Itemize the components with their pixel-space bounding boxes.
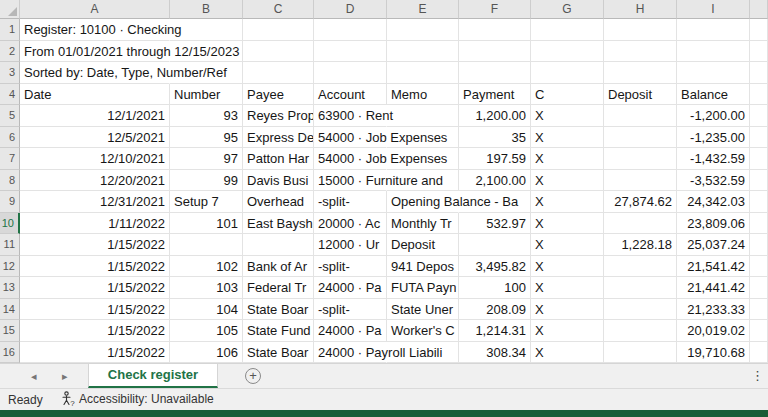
cell-D5[interactable]: 63900 · Rent	[314, 105, 387, 127]
cell-I11[interactable]: 25,037.24	[677, 234, 750, 256]
cell-A16[interactable]: 1/15/2022	[20, 342, 170, 364]
cell-I5[interactable]: -1,200.00	[677, 105, 750, 127]
cell-J8[interactable]	[750, 170, 768, 192]
tab-check-register[interactable]: Check register	[88, 364, 218, 388]
cell-H2[interactable]	[604, 41, 677, 63]
cell-H6[interactable]	[604, 127, 677, 149]
col-header-G[interactable]: G	[531, 0, 604, 19]
row-header-3[interactable]: 3	[0, 62, 20, 84]
cell-B7[interactable]: 97	[170, 148, 243, 170]
cell-H5[interactable]	[604, 105, 677, 127]
cell-F11[interactable]	[459, 234, 531, 256]
cell-H7[interactable]	[604, 148, 677, 170]
tab-nav-right-icon[interactable]: ▸	[62, 369, 68, 383]
cell-I6[interactable]: -1,235.00	[677, 127, 750, 149]
more-options-icon[interactable]: ⋮	[751, 368, 764, 384]
cell-J13[interactable]	[750, 277, 768, 299]
cell-G4[interactable]: C	[531, 84, 604, 106]
cell-J9[interactable]	[750, 191, 768, 213]
cell-D13[interactable]: 24000 · Pa	[314, 277, 387, 299]
cell-C3[interactable]	[243, 62, 314, 84]
cell-C5[interactable]: Reyes Prop	[243, 105, 314, 127]
row-header-8[interactable]: 8	[0, 170, 20, 192]
cell-I12[interactable]: 21,541.42	[677, 256, 750, 278]
cell-G7[interactable]: X	[531, 148, 604, 170]
cell-G11[interactable]: X	[531, 234, 604, 256]
cell-C10[interactable]: East Baysh	[243, 213, 314, 235]
cell-A11[interactable]: 1/15/2022	[20, 234, 170, 256]
cell-J16[interactable]	[750, 342, 768, 364]
cell-F8[interactable]: 2,100.00	[459, 170, 531, 192]
cell-D12[interactable]: -split-	[314, 256, 387, 278]
cell-I7[interactable]: -1,432.59	[677, 148, 750, 170]
cell-H3[interactable]	[604, 62, 677, 84]
cell-B12[interactable]: 102	[170, 256, 243, 278]
row-header-16[interactable]: 16	[0, 342, 20, 364]
col-header-C[interactable]: C	[243, 0, 314, 19]
cell-F10[interactable]: 532.97	[459, 213, 531, 235]
row-header-12[interactable]: 12	[0, 256, 20, 278]
cell-D9[interactable]: -split-	[314, 191, 387, 213]
accessibility-status[interactable]: ? Accessibility: Unavailable	[60, 391, 214, 407]
cell-C12[interactable]: Bank of Ar	[243, 256, 314, 278]
cell-A3[interactable]: Sorted by: Date, Type, Number/Ref	[20, 62, 170, 84]
cell-B6[interactable]: 95	[170, 127, 243, 149]
row-header-4[interactable]: 4	[0, 84, 20, 106]
cell-E13[interactable]: FUTA Payn	[387, 277, 459, 299]
cell-I9[interactable]: 24,342.03	[677, 191, 750, 213]
col-header-I[interactable]: I	[677, 0, 750, 19]
cell-E10[interactable]: Monthly Tr	[387, 213, 459, 235]
cell-H13[interactable]	[604, 277, 677, 299]
cell-D15[interactable]: 24000 · Pa	[314, 320, 387, 342]
cell-E1[interactable]	[387, 19, 459, 41]
cell-C15[interactable]: State Fund	[243, 320, 314, 342]
col-header-D[interactable]: D	[314, 0, 387, 19]
cell-C11[interactable]	[243, 234, 314, 256]
cell-G14[interactable]: X	[531, 299, 604, 321]
cell-A4[interactable]: Date	[20, 84, 170, 106]
cell-J4[interactable]	[750, 84, 768, 106]
cell-I1[interactable]	[677, 19, 750, 41]
cell-F16[interactable]: 308.34	[459, 342, 531, 364]
cell-C1[interactable]	[243, 19, 314, 41]
cell-H10[interactable]	[604, 213, 677, 235]
cell-J5[interactable]	[750, 105, 768, 127]
cell-E4[interactable]: Memo	[387, 84, 459, 106]
cell-D1[interactable]	[314, 19, 387, 41]
cell-J7[interactable]	[750, 148, 768, 170]
cell-F6[interactable]: 35	[459, 127, 531, 149]
cell-I14[interactable]: 21,233.33	[677, 299, 750, 321]
cell-D14[interactable]: -split-	[314, 299, 387, 321]
cell-E12[interactable]: 941 Depos	[387, 256, 459, 278]
cell-E14[interactable]: State Uner	[387, 299, 459, 321]
cell-D2[interactable]	[314, 41, 387, 63]
cell-J1[interactable]	[750, 19, 768, 41]
cell-F14[interactable]: 208.09	[459, 299, 531, 321]
select-all-corner[interactable]	[0, 0, 20, 19]
cell-H12[interactable]	[604, 256, 677, 278]
cell-B5[interactable]: 93	[170, 105, 243, 127]
cell-A8[interactable]: 12/20/2021	[20, 170, 170, 192]
cell-A12[interactable]: 1/15/2022	[20, 256, 170, 278]
cell-A6[interactable]: 12/5/2021	[20, 127, 170, 149]
cell-H16[interactable]	[604, 342, 677, 364]
cell-F1[interactable]	[459, 19, 531, 41]
cell-F12[interactable]: 3,495.82	[459, 256, 531, 278]
row-header-11[interactable]: 11	[0, 234, 20, 256]
cell-E9[interactable]: Opening Balance - Ba	[387, 191, 459, 213]
col-header-E[interactable]: E	[387, 0, 459, 19]
cell-H14[interactable]	[604, 299, 677, 321]
cell-A1[interactable]: Register: 10100 · Checking	[20, 19, 170, 41]
cell-H15[interactable]	[604, 320, 677, 342]
cell-A14[interactable]: 1/15/2022	[20, 299, 170, 321]
cell-D8[interactable]: 15000 · Furniture and	[314, 170, 387, 192]
cell-A7[interactable]: 12/10/2021	[20, 148, 170, 170]
cell-C7[interactable]: Patton Har	[243, 148, 314, 170]
cell-J14[interactable]	[750, 299, 768, 321]
cell-B4[interactable]: Number	[170, 84, 243, 106]
cell-I3[interactable]	[677, 62, 750, 84]
cell-G15[interactable]: X	[531, 320, 604, 342]
cell-F13[interactable]: 100	[459, 277, 531, 299]
cell-F15[interactable]: 1,214.31	[459, 320, 531, 342]
cell-H4[interactable]: Deposit	[604, 84, 677, 106]
